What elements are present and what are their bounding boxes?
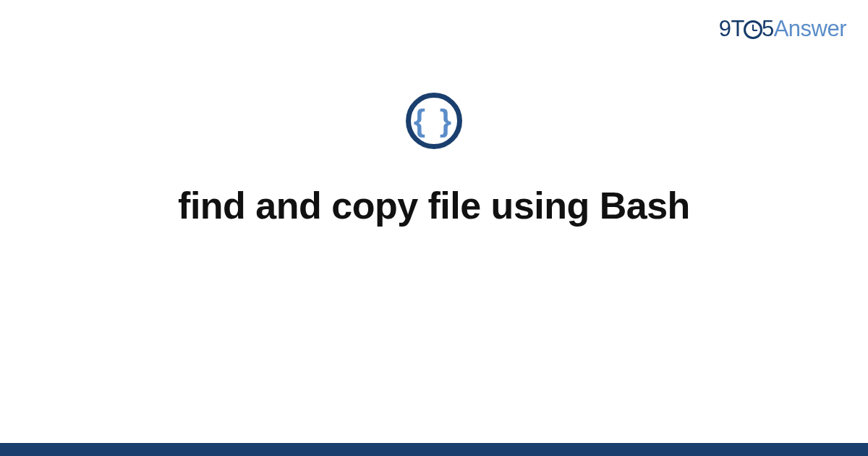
logo-nine: 9 [719,16,731,41]
clock-icon [744,20,762,39]
logo-five: 5 [762,16,774,41]
page-title: find and copy file using Bash [178,184,690,227]
footer-bar [0,443,868,456]
logo-t: T [731,16,744,41]
main-content: { } find and copy file using Bash [0,93,868,227]
category-icon-circle: { } [406,93,462,149]
braces-icon: { } [414,106,454,136]
logo-answer: Answer [774,16,846,41]
site-logo: 9T5Answer [719,16,846,42]
